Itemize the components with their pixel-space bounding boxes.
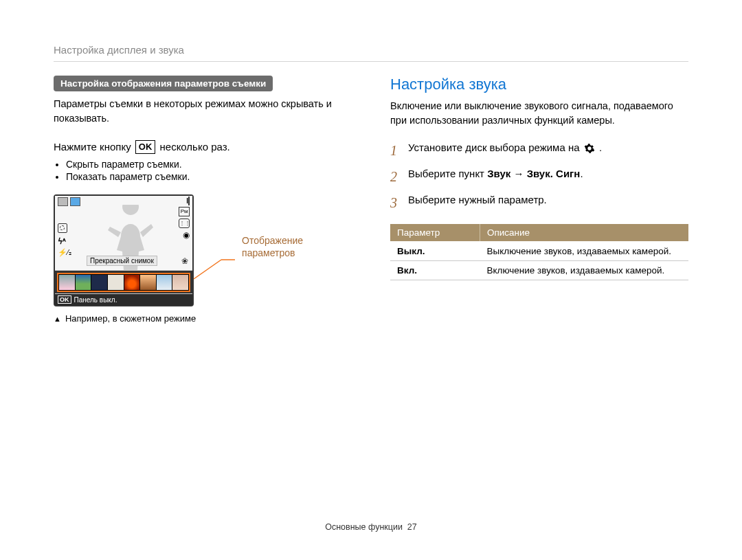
cell-param: Выкл.	[390, 242, 480, 261]
thumb-night	[91, 275, 107, 290]
section-pill: Настройка отображения параметров съемки	[54, 76, 273, 91]
top-left-icons	[58, 197, 80, 206]
intro-text: Параметры съемки в некоторых режимах мож…	[54, 97, 352, 126]
page-footer: Основные функции 27	[0, 522, 742, 532]
instruction-after: несколько раз.	[160, 141, 230, 153]
step-number: 2	[390, 166, 400, 187]
macro-icon: ❀	[181, 256, 188, 266]
table-row: Выкл. Выключение звуков, издаваемых каме…	[390, 242, 688, 261]
panel-off-label: Панель выкл.	[74, 296, 117, 304]
callout-label: Отображение параметров	[242, 235, 352, 259]
cell-param: Вкл.	[390, 261, 480, 280]
step-2-suffix: .	[580, 168, 583, 179]
steps-list: 1 Установите диск выбора режима на . 2 В…	[390, 140, 688, 213]
right-column: Настройка звука Включение или выключение…	[390, 76, 688, 324]
intro-text-right: Включение или выключение звукового сигна…	[390, 99, 688, 128]
thumbnail-strip	[55, 270, 192, 294]
camera-screen-mock: I Pм ⋮⋮ ◉ ϟᴬ ⚡⁄₂ Прекрасный снимок ❀	[54, 194, 194, 306]
arrow-icon: →	[510, 168, 526, 179]
thumb-portrait	[59, 275, 75, 290]
callout-connector	[194, 246, 235, 287]
th-desc: Описание	[480, 224, 689, 242]
battery-icon	[188, 197, 190, 205]
cell-desc: Выключение звуков, издаваемых камерой.	[480, 242, 689, 261]
step-2: 2 Выберите пункт Звук → Звук. Сигн.	[390, 166, 688, 187]
step-1-prefix: Установите диск выбора режима на	[408, 142, 583, 153]
step-number: 3	[390, 192, 400, 213]
cell-desc: Включение звуков, издаваемых камерой.	[480, 261, 689, 280]
left-column: Настройка отображения параметров съемки …	[54, 76, 352, 324]
ev-icon: ⚡⁄₂	[58, 248, 71, 257]
instruction-before: Нажмите кнопку	[54, 141, 131, 153]
step-text: Выберите нужный параметр.	[408, 192, 547, 213]
bullets-list: Скрыть параметр съемки. Показать парамет…	[54, 159, 352, 182]
step-2-bold2: Звук. Сигн	[527, 168, 581, 179]
step-2-prefix: Выберите пункт	[408, 168, 487, 179]
breadcrumb: Настройка дисплея и звука	[54, 44, 688, 62]
ok-key-icon: OK	[135, 140, 156, 154]
gear-icon	[584, 143, 595, 154]
size-icon: Pм	[179, 207, 190, 216]
thumb-beauty	[172, 275, 188, 290]
list-item: Показать параметр съемки.	[66, 171, 352, 182]
instruction-line: Нажмите кнопку OK несколько раз.	[54, 141, 352, 155]
svg-line-0	[194, 260, 221, 279]
thumb-landscape	[76, 275, 91, 290]
ok-mini-icon: OK	[58, 295, 71, 304]
top-right-icons: I Pм ⋮⋮ ◉	[179, 197, 190, 240]
camera-screen-footer: OK Панель выкл.	[55, 294, 192, 305]
thumb-sunset	[124, 275, 140, 290]
example-caption: ▲ Например, в сюжетном режиме	[54, 313, 352, 324]
step-1-suffix: .	[599, 142, 602, 153]
table-row: Вкл. Включение звуков, издаваемых камеро…	[390, 261, 688, 280]
face-detect-icon	[58, 223, 67, 233]
step-3: 3 Выберите нужный параметр.	[390, 192, 688, 213]
step-2-bold1: Звук	[487, 168, 510, 179]
metering-icon: ◉	[183, 230, 190, 240]
step-number: 1	[390, 140, 400, 161]
step-text: Выберите пункт Звук → Звук. Сигн.	[408, 166, 583, 187]
list-item: Скрыть параметр съемки.	[66, 159, 352, 170]
step-1: 1 Установите диск выбора режима на .	[390, 140, 688, 161]
step-text: Установите диск выбора режима на .	[408, 140, 602, 161]
flash-icon: ϟᴬ	[58, 237, 66, 246]
thumb-dawn	[140, 275, 156, 290]
options-table: Параметр Описание Выкл. Выключение звуко…	[390, 224, 688, 280]
mode-icon	[58, 197, 68, 206]
triangle-up-icon: ▲	[54, 315, 61, 323]
section-heading: Настройка звука	[390, 76, 688, 93]
th-param: Параметр	[390, 224, 480, 242]
caption-text: Например, в сюжетном режиме	[65, 313, 196, 324]
quality-icon: ⋮⋮	[179, 219, 190, 228]
footer-page: 27	[407, 522, 417, 532]
thumb-text	[108, 275, 124, 290]
card-icon	[70, 197, 80, 206]
thumb-backlight	[157, 275, 172, 290]
tooltip-label: Прекрасный снимок	[87, 256, 157, 266]
footer-section: Основные функции	[325, 522, 403, 532]
